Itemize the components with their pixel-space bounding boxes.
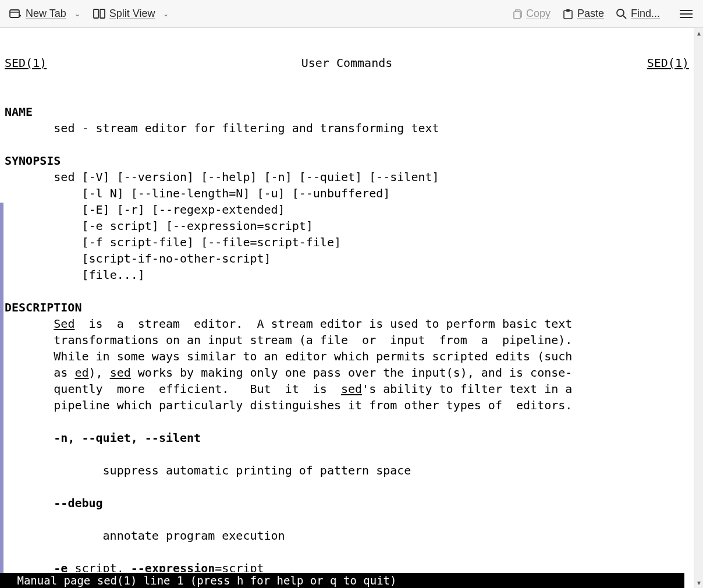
desc-text: quently more efficient. But it is [54,382,341,396]
menu-button[interactable] [674,6,698,22]
synopsis-line: sed [-V] [--version] [--help] [-n] [--qu… [54,170,439,184]
main-area: SED(1)User CommandsSED(1) NAME sed - str… [0,28,703,588]
scrollbar[interactable]: ▴ ▾ [694,28,703,588]
synopsis-line: [-e script] [--expression=script] [54,219,313,233]
svg-rect-3 [514,12,520,19]
scroll-up-icon[interactable]: ▴ [694,28,704,38]
copy-icon [511,8,523,20]
option-desc: suppress automatic printing of pattern s… [103,463,411,477]
option-text: = [215,561,222,572]
desc-text: ed [74,366,88,380]
desc-text: transformations on an input stream (a fi… [54,333,572,347]
new-tab-icon [9,8,22,20]
man-header-right: SED(1) [647,55,689,71]
section-name: NAME [5,105,33,119]
desc-text: sed [341,382,362,396]
split-view-label: Split View [109,8,155,20]
desc-text: works by making only one pass over the i… [131,366,573,380]
man-header-left: SED(1) [5,55,47,71]
desc-text: Sed [54,317,74,331]
synopsis-line: [script-if-no-other-script] [54,252,271,265]
terminal-content[interactable]: SED(1)User CommandsSED(1) NAME sed - str… [0,28,694,588]
split-view-dropdown-icon[interactable]: ⌄ [163,10,169,18]
copy-label: Copy [526,8,551,20]
desc-text: While in some ways similar to an editor … [54,349,572,363]
name-line: sed - stream editor for filtering and tr… [54,121,439,135]
desc-text: is a stream editor. A stream editor is u… [74,317,572,331]
option-flag: --expression [131,561,215,572]
section-description: DESCRIPTION [5,300,81,314]
option-flag: -e [54,561,68,572]
desc-text: 's ability to filter text in a [362,382,572,396]
option-flag: --debug [54,496,102,510]
split-view-icon [93,8,106,20]
desc-text: sed [110,366,131,380]
svg-rect-4 [564,10,572,19]
scroll-down-icon[interactable]: ▾ [694,578,704,588]
copy-button[interactable]: Copy [506,5,555,22]
svg-rect-2 [100,9,105,18]
paste-label: Paste [577,8,604,20]
synopsis-line: [-l N] [--line-length=N] [-u] [--unbuffe… [54,186,390,200]
pager-status: Manual page sed(1) line 1 (press h for h… [0,573,684,588]
svg-rect-0 [10,10,19,17]
svg-rect-1 [94,9,98,18]
search-icon [616,8,627,20]
option-desc: annotate program execution [103,529,285,543]
new-tab-label: New Tab [26,8,66,20]
desc-text: pipeline which particularly distinguishe… [54,398,572,412]
synopsis-line: [file...] [54,268,145,282]
synopsis-line: [-f script-file] [--file=script-file] [54,235,341,249]
find-button[interactable]: Find... [611,5,665,22]
desc-text: ), [89,366,110,380]
option-text: script, [68,561,130,572]
split-view-button[interactable]: Split View [88,5,160,22]
new-tab-dropdown-icon[interactable]: ⌄ [74,10,80,18]
man-header-center: User Commands [47,55,647,71]
svg-rect-5 [566,9,570,12]
desc-text: as [54,366,74,380]
hamburger-icon [680,10,693,11]
synopsis-line: [-E] [-r] [--regexp-extended] [54,203,285,217]
new-tab-button[interactable]: New Tab [5,5,71,22]
option-arg: script [222,561,264,572]
man-page: SED(1)User CommandsSED(1) NAME sed - str… [0,28,694,572]
option-flag: -n, --quiet, --silent [54,431,201,445]
paste-icon [562,8,574,20]
paste-button[interactable]: Paste [558,5,609,22]
toolbar: New Tab ⌄ Split View ⌄ Copy Paste Find..… [0,0,703,28]
find-label: Find... [631,8,660,20]
svg-point-6 [617,9,624,16]
section-synopsis: SYNOPSIS [5,154,61,168]
